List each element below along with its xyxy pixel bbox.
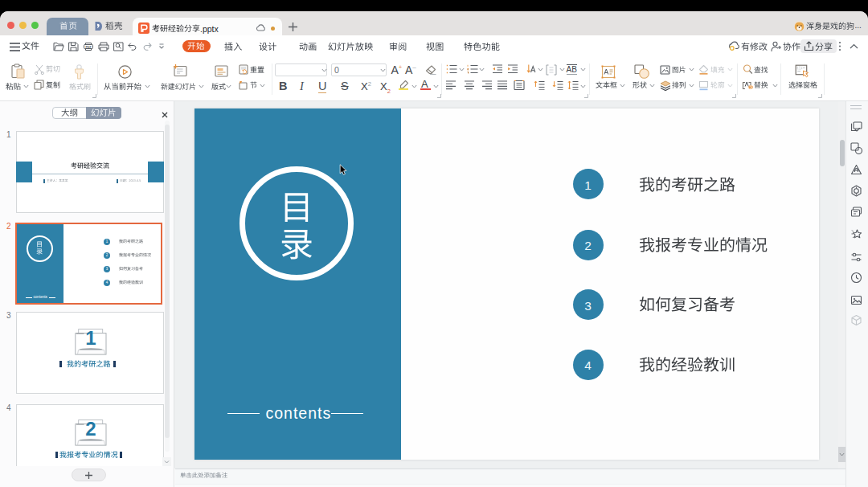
svg-text:PDF: PDF [85,46,92,49]
